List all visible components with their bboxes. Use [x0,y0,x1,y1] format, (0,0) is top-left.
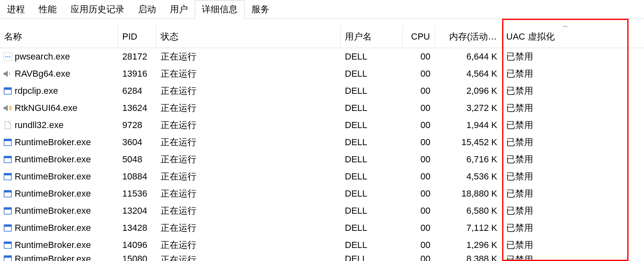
cell-uac: 已禁用 [502,254,629,261]
process-name: RAVBg64.exe [15,69,71,79]
process-name: rundll32.exe [15,120,64,130]
cell-user: DELL [341,86,403,96]
cell-user: DELL [341,103,403,113]
table-row[interactable]: RuntimeBroker.exe11536正在运行DELL0018,880 K… [0,185,644,202]
cell-mem: 18,880 K [435,188,502,199]
table-row[interactable]: RuntimeBroker.exe3604正在运行DELL0015,452 K已… [0,134,644,151]
cell-cpu: 00 [403,223,435,233]
cell-mem: 6,716 K [435,154,502,165]
app-icon [2,155,13,164]
table-row[interactable]: RAVBg64.exe13916正在运行DELL004,564 K已禁用 [0,65,644,82]
cell-mem: 6,580 K [435,206,502,216]
process-name: RuntimeBroker.exe [15,223,91,233]
app-icon [2,254,13,261]
col-header-mem[interactable]: 内存(活动… [435,25,502,48]
svg-rect-15 [4,190,11,192]
dots-icon [2,52,13,61]
cell-mem: 4,536 K [435,171,502,182]
cell-status: 正在运行 [157,153,341,166]
table-row[interactable]: rundll32.exe9728正在运行DELL001,944 K已禁用 [0,117,644,134]
cell-name: RuntimeBroker.exe [0,171,118,182]
cell-cpu: 00 [403,254,435,261]
process-table-body: pwsearch.exe28172正在运行DELL006,644 K已禁用RAV… [0,48,644,261]
tab-用户[interactable]: 用户 [163,0,195,18]
svg-point-3 [9,56,10,57]
cell-uac: 已禁用 [502,222,629,234]
cell-mem: 1,944 K [435,120,502,130]
cell-status: 正在运行 [157,85,341,97]
cell-status: 正在运行 [157,254,341,261]
col-header-pid[interactable]: PID [118,25,157,48]
cell-pid: 15080 [118,254,157,261]
table-row[interactable]: RuntimeBroker.exe5048正在运行DELL006,716 K已禁… [0,151,644,168]
cell-status: 正在运行 [157,170,341,183]
cell-uac: 已禁用 [502,153,629,166]
cell-cpu: 00 [403,240,435,250]
col-header-user[interactable]: 用户名 [341,25,403,48]
cell-status: 正在运行 [157,239,341,251]
col-header-cpu[interactable]: CPU [403,25,435,48]
process-name: pwsearch.exe [15,51,70,62]
cell-uac: 已禁用 [502,51,629,63]
cell-status: 正在运行 [157,102,341,114]
table-row[interactable]: RuntimeBroker.exe13428正在运行DELL007,112 K已… [0,219,644,237]
cell-uac: 已禁用 [502,188,629,200]
table-row[interactable]: RuntimeBroker.exe10884正在运行DELL004,536 K已… [0,168,644,185]
cell-mem: 8,388 K [435,254,502,261]
table-row[interactable]: RuntimeBroker.exe13204正在运行DELL006,580 K已… [0,202,644,219]
cell-user: DELL [341,154,403,165]
cell-status: 正在运行 [157,205,341,217]
cell-status: 正在运行 [157,136,341,148]
col-header-uac[interactable]: ︿ UAC 虚拟化 [502,25,629,48]
col-header-status[interactable]: 状态 [157,25,341,48]
cell-pid: 13916 [118,69,157,79]
table-row[interactable]: RtkNGUI64.exe13624正在运行DELL003,272 K已禁用 [0,100,644,117]
cell-mem: 3,272 K [435,103,502,113]
col-header-pid-label: PID [122,31,137,42]
cell-mem: 4,564 K [435,69,502,79]
column-header-row: 名称 PID 状态 用户名 CPU 内存(活动… ︿ UAC 虚拟化 [0,25,644,48]
cell-mem: 15,452 K [435,137,502,148]
table-row[interactable]: RuntimeBroker.exe15080正在运行DELL008,388 K已… [0,254,644,261]
speaker-on-icon [2,104,13,113]
cell-user: DELL [341,223,403,233]
table-row[interactable]: pwsearch.exe28172正在运行DELL006,644 K已禁用 [0,48,644,65]
tab-服务[interactable]: 服务 [245,0,276,18]
app-icon [2,206,13,215]
table-row[interactable]: rdpclip.exe6284正在运行DELL002,096 K已禁用 [0,82,644,100]
sort-ascending-icon: ︿ [562,22,568,29]
tab-bar: 进程性能应用历史记录启动用户详细信息服务 [0,0,644,19]
cell-name: RuntimeBroker.exe [0,240,118,250]
tab-性能[interactable]: 性能 [32,0,64,18]
tab-详细信息[interactable]: 详细信息 [195,0,245,19]
cell-uac: 已禁用 [502,68,629,80]
process-name: RuntimeBroker.exe [15,206,91,216]
col-header-user-label: 用户名 [345,31,372,43]
tab-进程[interactable]: 进程 [0,0,32,18]
svg-rect-23 [4,256,11,258]
cell-status: 正在运行 [157,68,341,80]
process-name: RtkNGUI64.exe [15,103,77,113]
cell-name: RuntimeBroker.exe [0,223,118,233]
tab-启动[interactable]: 启动 [131,0,163,18]
process-name: RuntimeBroker.exe [15,171,91,182]
cell-name: rundll32.exe [0,120,118,130]
svg-rect-17 [4,208,11,210]
cell-uac: 已禁用 [502,170,629,183]
table-row[interactable]: RuntimeBroker.exe14096正在运行DELL001,296 K已… [0,237,644,254]
process-name: RuntimeBroker.exe [15,254,91,261]
app-icon [2,172,13,181]
cell-name: rdpclip.exe [0,86,118,96]
col-header-name[interactable]: 名称 [0,25,118,48]
cell-name: RtkNGUI64.exe [0,103,118,113]
cell-name: RuntimeBroker.exe [0,154,118,165]
file-icon [2,121,13,130]
app-icon [2,189,13,198]
tab-应用历史记录[interactable]: 应用历史记录 [64,0,131,18]
svg-rect-9 [4,139,11,141]
process-name: RuntimeBroker.exe [15,188,91,199]
cell-user: DELL [341,171,403,182]
cell-pid: 13204 [118,206,157,216]
col-header-cpu-label: CPU [411,31,430,42]
cell-name: RuntimeBroker.exe [0,254,118,261]
